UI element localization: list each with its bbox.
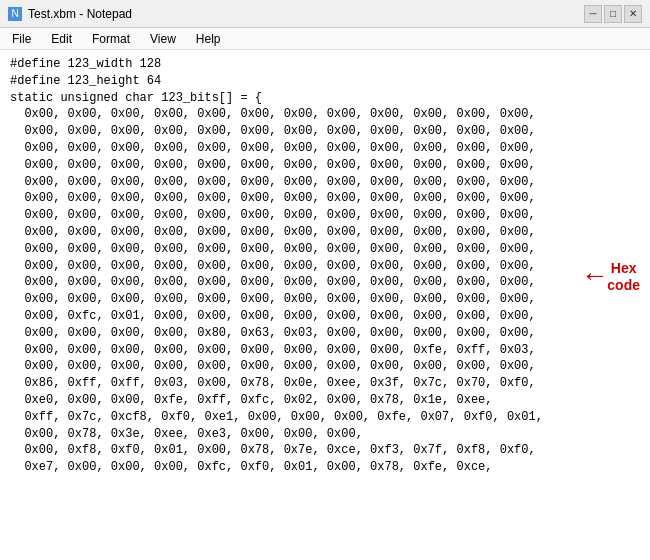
code-line: #define 123_width 128 [10, 56, 640, 73]
menu-view[interactable]: View [142, 30, 184, 48]
window-controls[interactable]: ─ □ ✕ [584, 5, 642, 23]
menu-bar: File Edit Format View Help [0, 28, 650, 50]
code-line: 0x00, 0x00, 0x00, 0x00, 0x00, 0x00, 0x00… [10, 224, 640, 241]
code-content: #define 123_width 128 #define 123_height… [0, 50, 650, 560]
menu-file[interactable]: File [4, 30, 39, 48]
code-line: 0x00, 0x00, 0x00, 0x00, 0x00, 0x00, 0x00… [10, 274, 640, 291]
code-line: 0x00, 0x00, 0x00, 0x00, 0x00, 0x00, 0x00… [10, 106, 640, 123]
code-line: 0x00, 0xf8, 0xf0, 0x01, 0x00, 0x78, 0x7e… [10, 442, 640, 459]
menu-edit[interactable]: Edit [43, 30, 80, 48]
arrow-icon: ← [587, 263, 604, 291]
code-line: 0x00, 0x78, 0x3e, 0xee, 0xe3, 0x00, 0x00… [10, 426, 640, 443]
window-title: Test.xbm - Notepad [28, 7, 578, 21]
code-line: 0x00, 0x00, 0x00, 0x00, 0x00, 0x00, 0x00… [10, 207, 640, 224]
annotation-label: Hexcode [607, 260, 640, 294]
maximize-button[interactable]: □ [604, 5, 622, 23]
code-line: 0x00, 0x00, 0x00, 0x00, 0x00, 0x00, 0x00… [10, 140, 640, 157]
title-bar: N Test.xbm - Notepad ─ □ ✕ [0, 0, 650, 28]
code-line: 0x00, 0x00, 0x00, 0x00, 0x00, 0x00, 0x00… [10, 157, 640, 174]
code-line: 0x00, 0x00, 0x00, 0x00, 0x00, 0x00, 0x00… [10, 241, 640, 258]
code-line: #define 123_height 64 [10, 73, 640, 90]
code-line: 0x00, 0x00, 0x00, 0x00, 0x00, 0x00, 0x00… [10, 174, 640, 191]
code-line: 0x86, 0xff, 0xff, 0x03, 0x00, 0x78, 0x0e… [10, 375, 640, 392]
code-line: 0xe0, 0x00, 0x00, 0xfe, 0xff, 0xfc, 0x02… [10, 392, 640, 409]
minimize-button[interactable]: ─ [584, 5, 602, 23]
menu-help[interactable]: Help [188, 30, 229, 48]
code-line: 0xff, 0x7c, 0xcf8, 0xf0, 0xe1, 0x00, 0x0… [10, 409, 640, 426]
code-line: 0x00, 0x00, 0x00, 0x00, 0x00, 0x00, 0x00… [10, 258, 640, 275]
hex-code-annotation: ← Hexcode [587, 260, 641, 294]
code-line: 0x00, 0x00, 0x00, 0x00, 0x00, 0x00, 0x00… [10, 342, 640, 359]
app-icon: N [8, 7, 22, 21]
code-line: 0x00, 0x00, 0x00, 0x00, 0x80, 0x63, 0x03… [10, 325, 640, 342]
code-line: 0x00, 0xfc, 0x01, 0x00, 0x00, 0x00, 0x00… [10, 308, 640, 325]
code-line: 0x00, 0x00, 0x00, 0x00, 0x00, 0x00, 0x00… [10, 358, 640, 375]
code-line: 0x00, 0x00, 0x00, 0x00, 0x00, 0x00, 0x00… [10, 291, 640, 308]
menu-format[interactable]: Format [84, 30, 138, 48]
code-line: 0x00, 0x00, 0x00, 0x00, 0x00, 0x00, 0x00… [10, 190, 640, 207]
close-button[interactable]: ✕ [624, 5, 642, 23]
code-line: 0xe7, 0x00, 0x00, 0x00, 0xfc, 0xf0, 0x01… [10, 459, 640, 476]
code-line: 0x00, 0x00, 0x00, 0x00, 0x00, 0x00, 0x00… [10, 123, 640, 140]
code-line: static unsigned char 123_bits[] = { [10, 90, 640, 107]
